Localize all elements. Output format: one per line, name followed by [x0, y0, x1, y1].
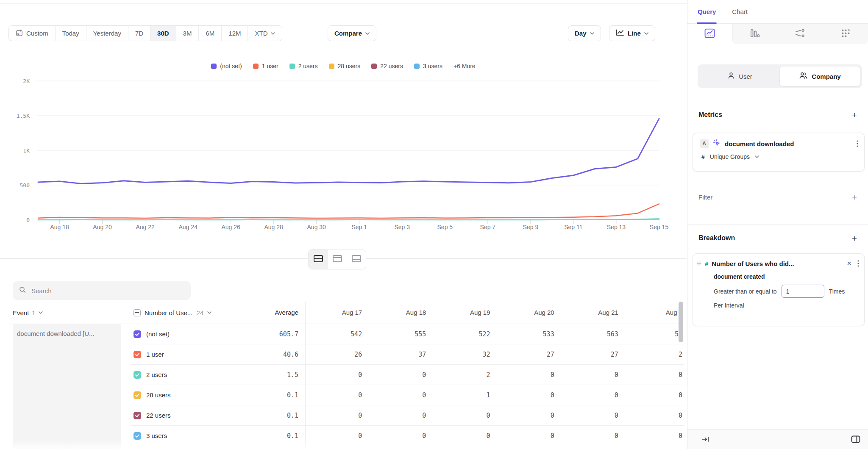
add-breakdown-button[interactable]: +: [852, 234, 857, 243]
range-7d[interactable]: 7D: [128, 26, 150, 41]
legend-item[interactable]: 2 users: [289, 63, 318, 69]
value-cell: 0: [299, 385, 363, 405]
date-column-header[interactable]: Aug 19: [427, 302, 491, 324]
event-count: 1: [32, 309, 35, 316]
metric-event-name: document downloaded: [725, 140, 851, 147]
value-cell: 0: [620, 405, 684, 426]
range-xtd[interactable]: XTD: [248, 26, 282, 41]
group-column-header[interactable]: Number of Use... 24: [134, 302, 211, 324]
chart-type-tab-flow[interactable]: [778, 24, 823, 44]
calendar-icon: [16, 29, 23, 38]
legend-item[interactable]: 3 users: [414, 63, 442, 69]
row-checkbox[interactable]: [134, 412, 141, 419]
table-row: 22 users0.1000000: [0, 405, 684, 426]
legend-item[interactable]: (not set): [211, 63, 242, 69]
hash-icon: #: [701, 153, 705, 160]
breakdown-event-name[interactable]: document created: [714, 273, 860, 280]
entity-toggle: User Company: [698, 64, 862, 88]
series-label: 2 users: [146, 365, 167, 385]
layout-toggle-bottom-panel-view[interactable]: [347, 249, 366, 269]
kebab-menu-icon[interactable]: [856, 139, 859, 148]
chart-type-tab-line-chart[interactable]: [687, 24, 732, 44]
toggle-user[interactable]: User: [700, 67, 780, 86]
breakdown-heading: Breakdown: [698, 234, 735, 242]
x-axis-label: Sep 13: [607, 224, 626, 230]
x-axis-label: Aug 22: [136, 224, 155, 230]
row-checkbox[interactable]: [134, 432, 141, 440]
interval-dropdown[interactable]: Day: [568, 25, 601, 41]
legend-more-button[interactable]: +6 More: [453, 63, 476, 69]
condition-value-input[interactable]: [782, 285, 824, 298]
drag-handle-icon[interactable]: [696, 260, 701, 267]
event-header-label: Event: [13, 309, 29, 316]
date-column-header[interactable]: Aug 17: [299, 302, 363, 324]
date-column-header[interactable]: Aug 18: [363, 302, 427, 324]
row-checkbox[interactable]: [134, 391, 141, 399]
add-filter-button[interactable]: +: [852, 193, 857, 202]
per-interval-label[interactable]: Per Interval: [714, 302, 860, 309]
average-value: 0.1: [225, 405, 298, 426]
row-checkbox[interactable]: [134, 330, 141, 338]
range-custom[interactable]: Custom: [9, 26, 55, 41]
row-values: 001000: [299, 385, 684, 405]
toggle-company[interactable]: Company: [780, 67, 860, 86]
legend-item[interactable]: 28 users: [329, 63, 361, 69]
value-cell: 26: [299, 344, 363, 365]
line-chart-svg: 05001K1.5K2KAug 18Aug 20Aug 22Aug 24Aug …: [0, 76, 687, 237]
collapse-panel-icon[interactable]: [700, 434, 711, 444]
x-axis-label: Aug 26: [221, 224, 240, 230]
event-column-header[interactable]: Event 1: [13, 302, 43, 324]
measure-dropdown[interactable]: # Unique Groups: [700, 153, 859, 160]
add-metric-button[interactable]: +: [852, 111, 857, 119]
select-all-checkbox[interactable]: [134, 309, 141, 316]
condition-label[interactable]: Greater than or equal to: [714, 288, 777, 295]
legend-item[interactable]: 1 user: [253, 63, 278, 69]
toggle-user-label: User: [739, 73, 752, 80]
value-cell: 0: [492, 365, 556, 385]
range-12m[interactable]: 12M: [221, 26, 248, 41]
date-column-header[interactable]: Aug 2: [620, 302, 684, 324]
date-column-header[interactable]: Aug 20: [492, 302, 556, 324]
side-panel-layout-icon[interactable]: [849, 434, 862, 445]
x-axis-label: Sep 9: [523, 224, 539, 230]
layout-toggle-top-panel-view[interactable]: [328, 249, 347, 269]
y-axis-label: 500: [20, 182, 30, 188]
legend-item[interactable]: 22 users: [371, 63, 403, 69]
legend-label: 3 users: [423, 63, 442, 69]
date-column-header[interactable]: Aug 21: [556, 302, 620, 324]
value-cell: 555: [363, 324, 427, 344]
layout-toggle-split-view-active[interactable]: [309, 249, 328, 269]
tab-query[interactable]: Query: [698, 0, 716, 24]
group-count: 24: [196, 309, 203, 316]
range-6m[interactable]: 6M: [198, 26, 221, 41]
close-icon[interactable]: ✕: [845, 260, 853, 267]
tab-chart[interactable]: Chart: [732, 0, 748, 24]
chart-type-tab-bar-chart[interactable]: [732, 24, 778, 44]
series-line-2-users: [38, 219, 659, 220]
search-box[interactable]: [13, 281, 191, 300]
line-chart-icon: [616, 29, 624, 37]
range-30d[interactable]: 30D: [150, 26, 176, 41]
legend-swatch: [289, 64, 295, 69]
kebab-menu-icon[interactable]: [857, 259, 860, 268]
value-cell: 0: [363, 365, 427, 385]
row-checkbox[interactable]: [134, 371, 141, 379]
search-input[interactable]: [31, 287, 185, 294]
range-3m[interactable]: 3M: [176, 26, 199, 41]
legend-swatch: [253, 64, 259, 69]
group-header-label: Number of Use...: [145, 309, 192, 316]
breakdown-card[interactable]: # Number of Users who did... ✕ document …: [693, 253, 865, 326]
split-view-icon: [313, 255, 323, 264]
main-area: CustomTodayYesterday7D30D3M6M12MXTD Comp…: [0, 0, 687, 449]
compare-button[interactable]: Compare: [328, 25, 376, 41]
row-checkbox[interactable]: [134, 351, 141, 358]
chart-type-tab-dots-grid[interactable]: [823, 24, 868, 44]
vertical-scrollbar[interactable]: [679, 302, 683, 342]
range-today[interactable]: Today: [55, 26, 86, 41]
metric-card[interactable]: A document downloaded # Unique Groups: [693, 133, 865, 172]
value-cell: 0: [363, 405, 427, 426]
table-row: 2 users1.5002000: [0, 365, 684, 385]
chart-style-dropdown[interactable]: Line: [609, 25, 655, 41]
range-yesterday[interactable]: Yesterday: [86, 26, 128, 41]
line-chart[interactable]: 05001K1.5K2KAug 18Aug 20Aug 22Aug 24Aug …: [0, 76, 687, 237]
